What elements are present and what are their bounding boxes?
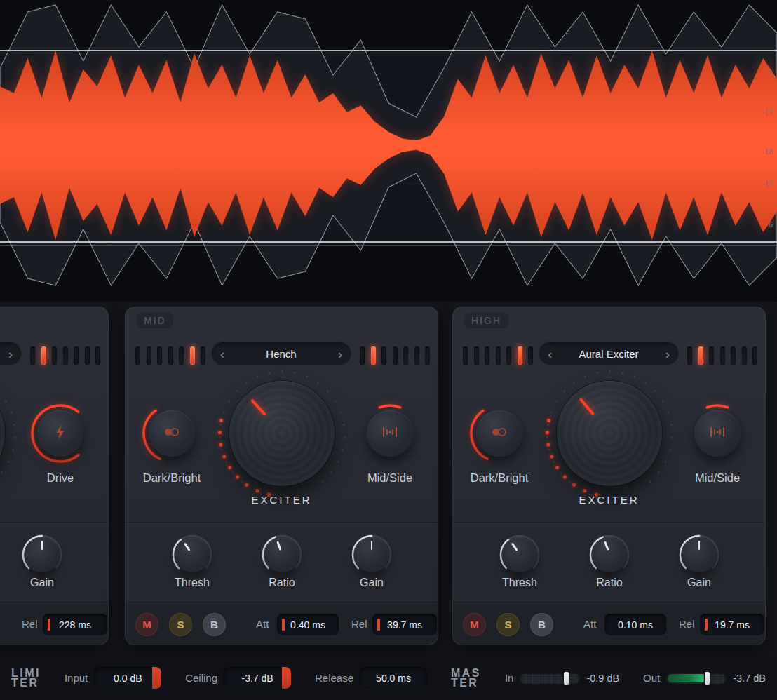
bypass-button[interactable]: B (530, 613, 553, 636)
release-indicator (705, 619, 708, 631)
svg-text:-12: -12 (762, 180, 773, 188)
preset-name: Aural Exciter (579, 348, 638, 360)
thresh-knob-high[interactable] (498, 533, 541, 577)
solo-button[interactable]: S (169, 613, 192, 636)
band-strip-low: Rel 228 ms (0, 602, 108, 645)
level-leds-right (687, 344, 757, 368)
mid-side-icon (708, 426, 727, 440)
master-bar: LIMITER Input 0.0 dB Ceiling -3.7 dB Rel… (0, 656, 777, 700)
svg-text:-6: -6 (766, 220, 773, 229)
dark-bright-label: Dark/Bright (452, 471, 548, 485)
release-field-low[interactable]: 228 ms (43, 614, 107, 635)
mute-button[interactable]: M (463, 613, 486, 636)
ratio-knob-high[interactable] (588, 533, 631, 577)
out-level-meter (668, 674, 706, 682)
input-label: Input (65, 672, 88, 684)
ratio-knob-mid[interactable] (260, 533, 304, 577)
bypass-button[interactable]: B (203, 613, 226, 636)
preset-name: Hench (266, 348, 296, 360)
waveform-display: -6-12-18-12-6 (0, 0, 777, 302)
out-level-value: -3.7 dB (733, 673, 766, 684)
thresh-knob-mid[interactable] (170, 533, 214, 577)
out-label: Out (643, 672, 660, 684)
band-panel-high: HIGH ‹ Aural Exciter › Dark/Bright Mid/ (452, 307, 766, 645)
exciter-label: EXCITER (453, 494, 765, 506)
band-name-mid: MID (137, 313, 173, 328)
svg-text:-6: -6 (766, 69, 773, 77)
exciter-label: EXCITER (126, 494, 438, 506)
attack-field-mid[interactable]: 0.40 ms (277, 614, 339, 635)
thresh-label: Thresh (143, 577, 241, 589)
drive-knob-low[interactable] (30, 403, 90, 464)
in-level-value: -0.9 dB (586, 673, 619, 684)
out-slider-handle[interactable] (704, 671, 710, 685)
exciter-knob-mid[interactable] (215, 367, 349, 500)
svg-text:-18: -18 (762, 147, 773, 156)
band-strip-high: M S B Att 0.10 ms Rel 19.7 ms (453, 602, 765, 645)
master-logo: MASTER (451, 668, 481, 688)
attack-label: Att (256, 618, 269, 630)
dark-bright-icon (490, 427, 508, 440)
gain-knob-high[interactable] (677, 533, 721, 577)
limiter-logo: LIMITER (11, 668, 41, 688)
threshold-line-bottom[interactable] (0, 241, 777, 243)
input-gain-indicator (152, 667, 161, 689)
release-indicator (48, 619, 50, 631)
gain-label: Gain (323, 577, 421, 589)
mid-side-knob-mid[interactable] (360, 403, 420, 464)
svg-text:-12: -12 (762, 108, 773, 116)
limiter-release-label: Release (315, 672, 353, 684)
mid-side-knob-high[interactable] (687, 403, 748, 464)
release-label: Rel (679, 618, 695, 630)
waveform-svg: -6-12-18-12-6 (0, 0, 777, 302)
limiter-release-field[interactable]: 50.0 ms (360, 667, 427, 689)
attack-label: Att (583, 618, 596, 630)
exciter-knob-high[interactable] (543, 367, 676, 500)
out-level-slider[interactable] (666, 673, 727, 684)
in-level-slider[interactable] (520, 673, 580, 684)
ratio-label: Ratio (233, 577, 331, 589)
preset-next-icon[interactable]: › (338, 347, 342, 361)
drive-label-low: Drive (11, 471, 109, 485)
band-panel-mid: MID ‹ Hench › Dark/Bright Mid/Side (125, 307, 438, 645)
mid-side-label: Mid/Side (341, 471, 438, 485)
preset-prev-icon[interactable]: ‹ (548, 347, 552, 361)
mute-button[interactable]: M (135, 613, 158, 636)
input-field[interactable]: 0.0 dB (94, 667, 161, 689)
attack-indicator (282, 619, 285, 631)
band-name-high: HIGH (464, 313, 508, 328)
gain-knob-low[interactable] (20, 533, 64, 577)
band-panels-section: ‹ › Drive Gain Rel (0, 302, 777, 656)
preset-prev-icon[interactable]: ‹ (220, 347, 224, 361)
attack-field-high[interactable]: 0.10 ms (604, 614, 666, 635)
release-field-high[interactable]: 19.7 ms (700, 614, 764, 635)
preset-selector-high[interactable]: ‹ Aural Exciter › (539, 342, 679, 365)
dark-bright-label: Dark/Bright (125, 471, 221, 485)
release-field-mid[interactable]: 39.7 ms (372, 614, 437, 635)
release-label: Rel (22, 618, 38, 630)
preset-next-icon[interactable]: › (665, 347, 670, 361)
preset-next-icon[interactable]: › (8, 347, 13, 361)
ceiling-indicator (282, 667, 291, 689)
band-panel-low: ‹ › Drive Gain Rel (0, 307, 109, 645)
level-leds-right (30, 344, 100, 368)
solo-button[interactable]: S (496, 613, 520, 636)
in-slider-handle[interactable] (563, 671, 569, 685)
preset-selector-low[interactable]: ‹ › (0, 342, 22, 365)
lightning-bolt-icon (53, 424, 68, 443)
dark-bright-knob-high[interactable] (469, 403, 529, 464)
ratio-label: Ratio (560, 577, 658, 589)
level-leds-right (360, 344, 430, 368)
preset-selector-mid[interactable]: ‹ Hench › (211, 342, 351, 365)
band-strip-mid: M S B Att 0.40 ms Rel 39.7 ms (126, 602, 438, 645)
dark-bright-knob-mid[interactable] (142, 403, 202, 464)
ceiling-field[interactable]: -3.7 dB (224, 667, 291, 689)
in-label: In (505, 672, 514, 684)
release-label: Rel (351, 618, 367, 630)
mid-side-icon (381, 426, 399, 440)
mid-side-label: Mid/Side (668, 471, 766, 485)
threshold-line-top[interactable] (0, 50, 777, 51)
dark-bright-icon (163, 427, 181, 440)
gain-knob-mid[interactable] (350, 533, 393, 577)
level-leds-left (135, 344, 205, 368)
